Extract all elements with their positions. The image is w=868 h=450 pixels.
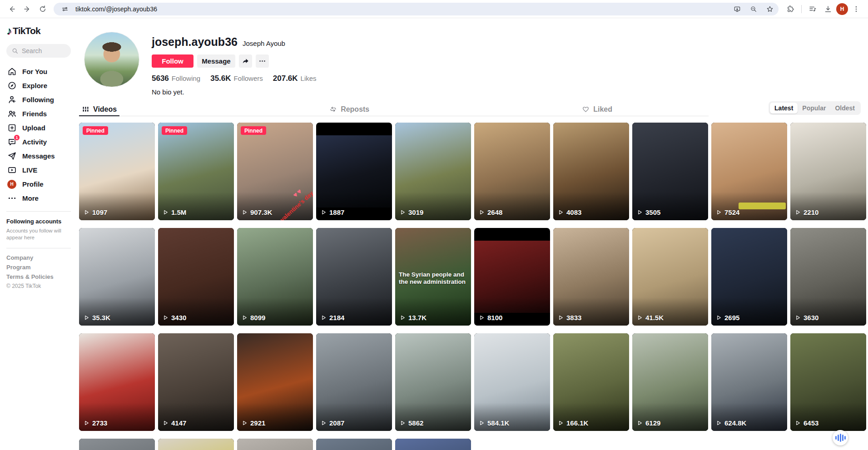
- sidebar-item-label: Profile: [22, 180, 44, 188]
- video-card[interactable]: 3019: [395, 123, 471, 220]
- video-card[interactable]: Pinned happy valentine's day 907.3K: [237, 123, 313, 220]
- zoom-out-icon[interactable]: [748, 3, 759, 15]
- video-views: 3019: [400, 208, 423, 216]
- more-options-button[interactable]: [256, 54, 269, 68]
- share-button[interactable]: [239, 54, 252, 68]
- video-card[interactable]: 7524: [711, 123, 787, 220]
- video-card[interactable]: 166.1K: [553, 333, 629, 431]
- video-card[interactable]: [395, 439, 471, 450]
- video-card[interactable]: 2648: [474, 123, 550, 220]
- video-card[interactable]: 6453: [790, 333, 866, 431]
- menu-dots-icon[interactable]: [849, 2, 863, 16]
- downloads-icon[interactable]: [821, 2, 835, 16]
- video-card[interactable]: 3630: [790, 228, 866, 326]
- video-card[interactable]: 3430: [158, 228, 234, 326]
- play-icon: [163, 315, 169, 321]
- video-card[interactable]: 2087: [316, 333, 392, 431]
- video-card[interactable]: Pinned 1097: [79, 123, 155, 220]
- video-card[interactable]: 2695: [711, 228, 787, 326]
- sidebar-item-live[interactable]: LIVE: [6, 163, 71, 177]
- url-text[interactable]: tiktok.com/@joseph.ayoub36: [75, 5, 727, 13]
- profile-picture[interactable]: [84, 32, 139, 87]
- install-icon[interactable]: [731, 3, 743, 15]
- video-card[interactable]: [316, 439, 392, 450]
- sidebar-item-friends[interactable]: Friends: [6, 107, 71, 121]
- video-card[interactable]: 8100: [474, 228, 550, 326]
- tab-videos[interactable]: Videos: [79, 103, 119, 116]
- video-card[interactable]: 3833: [553, 228, 629, 326]
- play-icon: [558, 315, 564, 321]
- video-card[interactable]: [237, 439, 313, 450]
- sidebar-item-label: Messages: [22, 152, 55, 160]
- bookmark-star-icon[interactable]: [764, 3, 776, 15]
- view-count: 1887: [329, 208, 344, 216]
- video-card[interactable]: 2921: [237, 333, 313, 431]
- sidebar-item-messages[interactable]: Messages: [6, 149, 71, 163]
- play-icon: [795, 209, 801, 215]
- sidebar-item-upload[interactable]: Upload: [6, 121, 71, 135]
- video-card[interactable]: 2733: [79, 333, 155, 431]
- extensions-icon[interactable]: [783, 2, 798, 16]
- media-controls-icon[interactable]: [805, 2, 820, 16]
- play-icon: [84, 315, 89, 321]
- video-views: 1887: [321, 208, 344, 216]
- play-icon: [400, 420, 406, 426]
- sort-latest[interactable]: Latest: [770, 103, 798, 114]
- video-card[interactable]: 1887: [316, 123, 392, 220]
- url-bar[interactable]: tiktok.com/@joseph.ayoub36: [54, 3, 779, 15]
- video-card[interactable]: 624.8K: [711, 333, 787, 431]
- stat-following[interactable]: 5636Following: [152, 74, 200, 83]
- tiktok-logo[interactable]: ♪ TikTok: [6, 25, 71, 36]
- video-views: 2695: [716, 314, 739, 321]
- sort-popular[interactable]: Popular: [798, 103, 830, 114]
- video-card[interactable]: 2184: [316, 228, 392, 326]
- tab-bar: VideosRepostsLiked: [79, 103, 709, 116]
- message-button[interactable]: Message: [197, 54, 235, 68]
- video-card[interactable]: Pinned 1.5M: [158, 123, 234, 220]
- video-card[interactable]: 584.1K: [474, 333, 550, 431]
- video-card[interactable]: [158, 439, 234, 450]
- footer-link[interactable]: Terms & Policies: [6, 273, 71, 280]
- video-card[interactable]: The Syrian people and the new administra…: [395, 228, 471, 326]
- tab-label: Liked: [593, 105, 612, 114]
- tab-reposts[interactable]: Reposts: [327, 103, 372, 116]
- site-settings-icon[interactable]: [59, 3, 71, 15]
- profile-display-name: Joseph Ayoub: [243, 40, 285, 47]
- video-card[interactable]: 3505: [632, 123, 708, 220]
- footer-link[interactable]: Program: [6, 264, 71, 271]
- stat-followers[interactable]: 35.6KFollowers: [210, 74, 263, 83]
- video-card[interactable]: 35.3K: [79, 228, 155, 326]
- sidebar-item-explore[interactable]: Explore: [6, 79, 71, 93]
- video-card[interactable]: 2210: [790, 123, 866, 220]
- sidebar-item-more[interactable]: More: [6, 191, 71, 205]
- videos-grid-icon: [82, 105, 89, 113]
- sidebar-item-for-you[interactable]: For You: [6, 64, 71, 79]
- video-views: 2733: [84, 419, 107, 427]
- stat-likes[interactable]: 207.6KLikes: [273, 74, 317, 83]
- video-views: 2087: [321, 419, 344, 427]
- sidebar-item-activity[interactable]: 1 Activity: [6, 135, 71, 149]
- profile-avatar[interactable]: H: [836, 3, 848, 15]
- follow-button[interactable]: Follow: [152, 54, 193, 68]
- video-thumbnail: [158, 439, 234, 450]
- sidebar-item-profile[interactable]: H Profile: [6, 177, 71, 191]
- video-card[interactable]: 41.5K: [632, 228, 708, 326]
- video-card[interactable]: 4147: [158, 333, 234, 431]
- video-card[interactable]: 8099: [237, 228, 313, 326]
- search-input[interactable]: Search: [6, 44, 71, 58]
- sort-oldest[interactable]: Oldest: [830, 103, 859, 114]
- stat-label: Likes: [301, 74, 317, 82]
- reload-icon[interactable]: [35, 2, 50, 16]
- equalizer-icon[interactable]: [833, 430, 848, 445]
- footer-link[interactable]: Company: [6, 254, 71, 261]
- sidebar-item-following[interactable]: Following: [6, 93, 71, 107]
- following-accounts-hint: Accounts you follow will appear here: [6, 227, 71, 241]
- video-card[interactable]: 5862: [395, 333, 471, 431]
- video-card[interactable]: 6129: [632, 333, 708, 431]
- back-icon[interactable]: [5, 2, 19, 16]
- video-thumbnail: [316, 439, 392, 450]
- video-card[interactable]: 4083: [553, 123, 629, 220]
- tab-liked[interactable]: Liked: [579, 103, 615, 116]
- forward-icon[interactable]: [20, 2, 35, 16]
- video-card[interactable]: [79, 439, 155, 450]
